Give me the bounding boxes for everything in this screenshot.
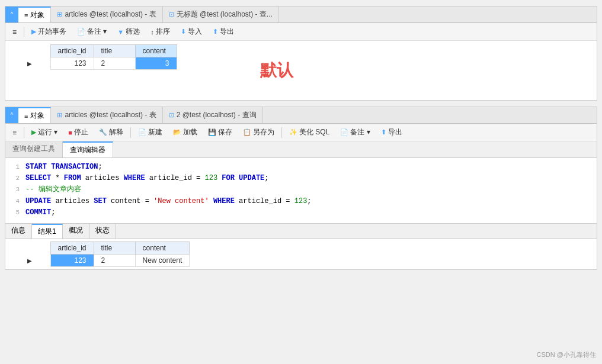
explain-btn[interactable]: 🔧 解释	[95, 126, 127, 138]
divider-3	[130, 127, 131, 138]
save-btn[interactable]: 💾 保存	[204, 126, 236, 138]
run-icon: ▶	[31, 128, 36, 136]
save-label: 保存	[218, 127, 232, 137]
sort-btn[interactable]: ↕ 排序	[147, 25, 174, 38]
saveas-btn[interactable]: 📋 另存为	[239, 126, 278, 138]
import-label: 导入	[188, 27, 202, 37]
transaction-label: 开始事务	[38, 27, 66, 37]
export-label-1: 导出	[220, 27, 234, 37]
col-content-1: content	[135, 45, 177, 57]
res-cell-title[interactable]: 2	[94, 255, 135, 267]
filter-btn[interactable]: ▼ 筛选	[114, 25, 143, 38]
menu-btn-2[interactable]: ≡	[9, 127, 20, 138]
cell-article-id-1[interactable]: 123	[50, 57, 94, 70]
stop-icon: ■	[68, 129, 72, 136]
line-num-1: 1	[9, 162, 20, 173]
tab-table-1[interactable]: ⊞ articles @test (localhost) - 表	[51, 7, 162, 22]
tab-scroll-arrow-1[interactable]: ^	[5, 7, 18, 22]
comment-btn-1[interactable]: 📄 备注 ▾	[73, 25, 110, 38]
comment-label-2: 备注 ▾	[350, 127, 370, 137]
cell-content-1[interactable]: 3	[135, 57, 177, 70]
beautify-btn[interactable]: ✨ 美化 SQL	[286, 126, 333, 138]
res-cell-article-id[interactable]: 123	[50, 255, 94, 267]
export-icon-1: ⬆	[213, 28, 218, 36]
tab-table-2[interactable]: ⊞ articles @test (localhost) - 表	[51, 107, 162, 123]
explain-icon: 🔧	[99, 128, 107, 136]
bottom-tab-overview[interactable]: 概况	[63, 224, 89, 239]
beautify-icon: ✨	[289, 128, 297, 136]
export-btn-2[interactable]: ⬆ 导出	[377, 126, 406, 138]
divider-1	[24, 27, 24, 37]
code-text-5: COMMIT;	[25, 207, 55, 218]
code-line-3: 3 -- 编辑文章内容	[5, 184, 597, 195]
divider-2	[24, 127, 24, 138]
sub-tab-builder-label: 查询创建工具	[12, 144, 55, 153]
comment-icon-2: 📄	[340, 128, 348, 136]
toolbar-1: ≡ ▶ 开始事务 📄 备注 ▾ ▼ 筛选 ↕ 排序 ⬇ 导入 ⬆ 导出	[5, 23, 597, 41]
obj-icon-2	[24, 112, 28, 120]
code-editor[interactable]: 1 START TRANSACTION; 2 SELECT * FROM art…	[5, 158, 597, 223]
load-icon: 📂	[173, 128, 181, 136]
col-article-id-1: article_id	[50, 45, 94, 57]
import-btn[interactable]: ⬇ 导入	[177, 25, 206, 38]
col-title-1: title	[94, 45, 135, 57]
run-btn[interactable]: ▶ 运行 ▾	[28, 126, 61, 138]
export-btn-1[interactable]: ⬆ 导出	[209, 25, 238, 38]
stop-label: 停止	[74, 127, 88, 137]
bottom-tab-status-label: 状态	[95, 226, 110, 234]
line-num-3: 3	[9, 185, 20, 195]
bottom-tab-bar: 信息 结果1 概况 状态	[5, 223, 597, 239]
code-line-5: 5 COMMIT;	[5, 207, 597, 218]
tab-bar-1: ^ 对象 ⊞ articles @test (localhost) - 表 ⊡ …	[5, 7, 597, 23]
res-col-article-id: article_id	[50, 242, 94, 255]
stop-btn[interactable]: ■ 停止	[65, 126, 92, 138]
divider-4	[281, 127, 282, 138]
comment-btn-2[interactable]: 📄 备注 ▾	[337, 126, 373, 138]
code-text-1: START TRANSACTION;	[25, 162, 103, 173]
bottom-tab-info[interactable]: 信息	[5, 224, 32, 239]
transaction-btn[interactable]: ▶ 开始事务	[28, 25, 70, 38]
code-text-2: SELECT * FROM articles WHERE article_id …	[25, 173, 269, 184]
default-label: 默认	[260, 59, 293, 82]
bottom-tab-result1-label: 结果1	[38, 227, 56, 236]
export-icon-2: ⬆	[381, 128, 386, 136]
tab-obj-label-1: 对象	[30, 10, 44, 20]
bottom-tab-result1[interactable]: 结果1	[32, 224, 63, 239]
load-btn[interactable]: 📂 加载	[169, 126, 201, 138]
tab-bar-2: ^ 对象 ⊞ articles @test (localhost) - 表 ⊡ …	[5, 107, 597, 124]
query-icon-2: ⊡	[169, 111, 174, 119]
watermark: CSDN @小孔靠得住	[537, 350, 596, 359]
sub-tab-builder[interactable]: 查询创建工具	[5, 141, 63, 157]
sort-label: 排序	[156, 27, 170, 37]
comment-label-1: 备注 ▾	[87, 27, 107, 37]
beautify-label: 美化 SQL	[299, 127, 329, 137]
line-num-2: 2	[9, 173, 20, 184]
sub-tab-editor-label: 查询编辑器	[70, 146, 105, 154]
tab-scroll-arrow-2[interactable]: ^	[5, 107, 18, 123]
panel-1: ^ 对象 ⊞ articles @test (localhost) - 表 ⊡ …	[5, 6, 597, 101]
tab-query-2[interactable]: ⊡ 2 @test (localhost) - 查询	[163, 107, 263, 123]
table-icon-2: ⊞	[57, 111, 62, 119]
sub-tab-editor[interactable]: 查询编辑器	[63, 141, 113, 157]
tab-query-1[interactable]: ⊡ 无标题 @test (localhost) - 查...	[163, 7, 279, 22]
import-icon: ⬇	[181, 28, 186, 36]
tab-obj-label-2: 对象	[30, 111, 44, 121]
res-col-title: title	[94, 242, 135, 255]
obj-icon-1	[24, 12, 28, 19]
tab-obj-1[interactable]: 对象	[18, 7, 51, 22]
code-text-3: -- 编辑文章内容	[25, 184, 81, 195]
watermark-text: CSDN @小孔靠得住	[537, 351, 596, 358]
cell-title-1[interactable]: 2	[94, 57, 135, 70]
res-cell-content[interactable]: New content	[135, 255, 190, 267]
res-row-indicator: ▶	[9, 255, 50, 267]
bottom-tab-status[interactable]: 状态	[89, 224, 116, 239]
menu-icon-2: ≡	[12, 128, 17, 137]
menu-btn-1[interactable]: ≡	[9, 27, 20, 37]
res-col-content: content	[135, 242, 190, 255]
query-icon-1: ⊡	[169, 11, 174, 18]
new-btn[interactable]: 📄 新建	[135, 126, 166, 138]
result-table: article_id title content ▶ 123 2 New con…	[9, 241, 190, 267]
tab-obj-2[interactable]: 对象	[18, 107, 51, 123]
code-line-1: 1 START TRANSACTION;	[5, 162, 597, 173]
code-text-4: UPDATE articles SET content = 'New conte…	[25, 196, 312, 207]
